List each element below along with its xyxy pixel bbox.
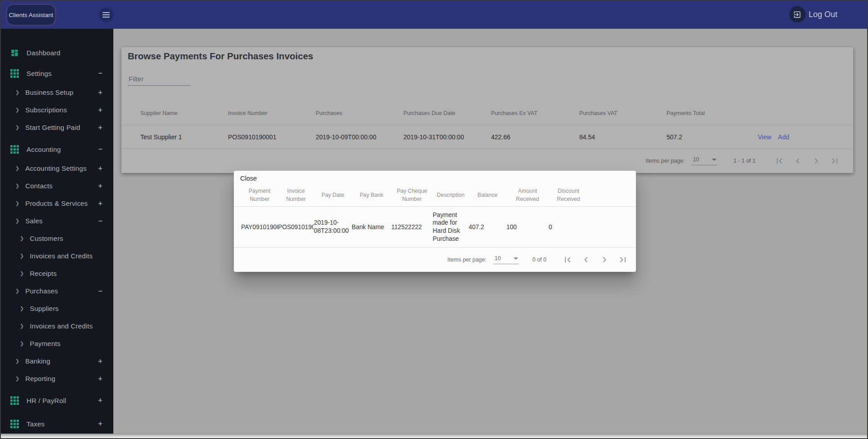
app-window: Clients Assistant Log Out Dashboard Sett… [0, 0, 868, 439]
column-header: Invoice Number [228, 110, 316, 116]
filter-input[interactable] [128, 73, 191, 86]
paginator-range-label: 0 of 0 [532, 257, 546, 263]
balance-cell: 407.2 [469, 224, 506, 231]
sidebar-item-sales[interactable]: Sales − [1, 212, 113, 230]
add-link[interactable]: Add [778, 133, 789, 141]
next-page-button[interactable] [810, 155, 822, 167]
sidebar-item-settings[interactable]: Settings − [1, 63, 113, 84]
expand-indicator: + [97, 357, 103, 365]
purchases-ex-vat-cell: 422.66 [491, 133, 579, 141]
first-page-button[interactable] [562, 254, 573, 266]
chevron-right-icon [15, 359, 19, 364]
sidebar-item-start-getting-paid[interactable]: Start Getting Paid + [1, 119, 113, 136]
items-per-page-label: Items per page: [646, 158, 685, 164]
page-size-select[interactable]: 10 [691, 156, 717, 165]
purchases-due-date-cell: 2019-10-31T00:00:00 [403, 133, 491, 141]
column-header: Discount Received [549, 187, 588, 204]
chevron-right-icon [15, 376, 19, 381]
supplier-name-cell: Test Supplier 1 [140, 133, 228, 141]
modal-table-header-row: Payment Number Invoice Number Pay Date P… [234, 184, 636, 207]
chevron-right-icon [15, 183, 19, 188]
sidebar-item-reporting[interactable]: Reporting + [1, 370, 113, 387]
sidebar-item-dashboard[interactable]: Dashboard [1, 42, 113, 63]
chevron-right-icon [15, 218, 19, 223]
sidebar-item-business-setup[interactable]: Business Setup + [1, 84, 113, 101]
hamburger-menu-button[interactable] [99, 8, 113, 22]
sidebar-item-taxes[interactable]: Taxes + [1, 413, 113, 434]
sidebar-item-purchases-invoices-and-credits[interactable]: Invoices and Credits [1, 317, 113, 335]
column-header: Pay Date [314, 191, 352, 200]
column-header: Amount Received [506, 187, 549, 204]
expand-indicator: + [97, 164, 103, 173]
grid-icon [10, 69, 19, 78]
expand-indicator: + [97, 106, 103, 114]
logout-button[interactable]: Log Out [789, 6, 837, 22]
sidebar-item-receipts[interactable]: Receipts [1, 265, 113, 282]
sidebar-item-subscriptions[interactable]: Subscriptions + [1, 101, 113, 119]
column-header: Invoice Number [278, 187, 314, 204]
invoice-number-cell: POS0910190001 [228, 133, 316, 141]
view-link[interactable]: View [758, 133, 771, 141]
sidebar-item-suppliers[interactable]: Suppliers [1, 300, 113, 317]
sidebar-item-purchases[interactable]: Purchases − [1, 282, 113, 300]
collapse-indicator: − [97, 217, 103, 225]
payments-total-cell: 507.2 [667, 133, 754, 141]
expand-indicator: + [97, 124, 103, 132]
column-header: Supplier Name [140, 110, 228, 116]
sidebar-item-hr-payroll[interactable]: HR / PayRoll + [1, 390, 113, 411]
pay-cheque-number-cell: 112522222 [391, 224, 433, 231]
logout-label: Log Out [809, 10, 837, 19]
chevron-right-icon [15, 90, 19, 95]
sidebar-item-banking[interactable]: Banking + [1, 352, 113, 370]
next-page-button[interactable] [599, 254, 610, 266]
pay-bank-cell: Bank Name [352, 224, 391, 231]
chevron-right-icon [20, 341, 24, 346]
payments-modal: Close Payment Number Invoice Number Pay … [234, 171, 636, 272]
chevron-right-icon [15, 288, 19, 293]
app-logo: Clients Assistant [6, 4, 56, 26]
hamburger-icon [103, 12, 110, 13]
expand-indicator: + [97, 396, 103, 404]
grid-icon [10, 396, 19, 405]
chevron-right-icon [15, 166, 19, 171]
page-title: Browse Payments For Purchases Invoices [128, 51, 313, 62]
expand-indicator: + [97, 420, 103, 428]
previous-page-button[interactable] [792, 155, 804, 167]
sidebar-item-sales-invoices-and-credits[interactable]: Invoices and Credits [1, 247, 113, 265]
items-per-page-label: Items per page: [447, 257, 487, 263]
chevron-right-icon [20, 271, 24, 276]
sidebar-item-products-services[interactable]: Products & Services + [1, 195, 113, 212]
expand-indicator: + [97, 375, 103, 383]
sidebar-item-payments[interactable]: Payments [1, 335, 113, 352]
paginator-range-label: 1 - 1 of 1 [734, 158, 756, 164]
expand-indicator: + [97, 200, 103, 208]
last-page-button[interactable] [829, 155, 841, 167]
purchases-cell: 2019-10-09T00:00:00 [316, 133, 403, 141]
column-header: Pay Cheque Number [391, 187, 433, 204]
sidebar-item-accounting[interactable]: Accounting − [1, 139, 113, 160]
expand-indicator: + [97, 89, 103, 97]
modal-table-row: PAY0910190001 POS0910190001 2019-10-08T2… [234, 207, 636, 248]
column-header: Purchases Due Date [403, 110, 491, 116]
table-paginator: Items per page: 10 1 - 1 of 1 [121, 149, 853, 173]
purchases-vat-cell: 84.54 [579, 133, 667, 141]
payments-card: Browse Payments For Purchases Invoices S… [121, 47, 853, 173]
pay-date-cell: 2019-10-08T23:00:00 [314, 219, 352, 235]
invoice-number-cell: POS0910190001 [278, 224, 314, 231]
first-page-button[interactable] [774, 155, 785, 167]
sidebar-item-customers[interactable]: Customers [1, 230, 113, 247]
collapse-indicator: − [97, 145, 103, 153]
chevron-right-icon [20, 306, 24, 311]
close-button[interactable]: Close [240, 175, 257, 182]
last-page-button[interactable] [617, 254, 629, 266]
sidebar-item-contacts[interactable]: Contacts + [1, 177, 113, 195]
chevron-right-icon [20, 324, 24, 328]
column-header: Purchases VAT [579, 110, 667, 116]
grid-icon [10, 145, 19, 154]
previous-page-button[interactable] [580, 254, 592, 266]
horizontal-scrollbar[interactable] [1, 434, 867, 438]
page-size-select[interactable]: 10 [493, 255, 519, 264]
payment-number-cell: PAY0910190001 [241, 224, 278, 231]
sidebar-item-accounting-settings[interactable]: Accounting Settings + [1, 160, 113, 177]
column-header: Purchases Ex VAT [491, 110, 579, 116]
